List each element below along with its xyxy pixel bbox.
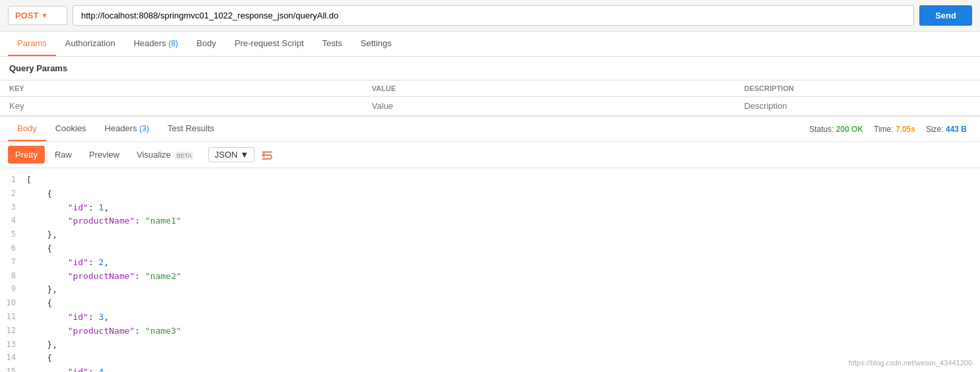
line-num: 2	[5, 187, 26, 200]
resp-tab-headers[interactable]: Headers (3)	[96, 117, 158, 141]
code-line-7: 7 "id": 2,	[0, 256, 980, 270]
code-line-6: 6 {	[0, 242, 980, 256]
param-desc-input[interactable]	[744, 101, 971, 111]
code-line-14: 14 {	[0, 352, 980, 365]
line-num: 9	[5, 283, 26, 295]
line-num: 10	[5, 297, 26, 309]
code-line-4: 4 "productName": "name1"	[0, 214, 980, 228]
col-header-desc: DESCRIPTION	[735, 80, 980, 97]
response-status: Status: 200 OK Time: 7.05s Size: 443 B	[809, 125, 972, 134]
code-content: "productName": "name3"	[26, 325, 181, 338]
tab-prerequest[interactable]: Pre-request Script	[226, 32, 313, 56]
time-value: 7.05s	[896, 125, 915, 134]
code-area: 1 [ 2 { 3 "id": 1, 4 "productName": "nam…	[0, 168, 980, 372]
code-content: },	[26, 338, 57, 352]
beta-badge: BETA	[175, 152, 194, 160]
line-num: 13	[5, 338, 26, 351]
tab-headers[interactable]: Headers (8)	[125, 32, 187, 56]
status-value: 200 OK	[836, 125, 863, 134]
line-num: 3	[5, 201, 26, 214]
line-num: 5	[5, 228, 26, 241]
code-line-3: 3 "id": 1,	[0, 201, 980, 215]
response-toolbar: Pretty Raw Preview Visualize BETA JSON ▼	[0, 142, 980, 168]
code-line-8: 8 "productName": "name2"	[0, 270, 980, 284]
code-line-2: 2 {	[0, 187, 980, 201]
tab-body[interactable]: Body	[187, 32, 226, 56]
code-content: {	[26, 187, 52, 201]
headers-badge: (8)	[168, 39, 178, 48]
code-content: "id": 3,	[26, 311, 109, 325]
param-value-input[interactable]	[372, 101, 726, 111]
resp-format-pretty[interactable]: Pretty	[8, 146, 45, 164]
method-label: POST	[15, 11, 38, 20]
response-tabs-bar: Body Cookies Headers (3) Test Results St…	[0, 115, 980, 142]
tab-authorization[interactable]: Authorization	[56, 32, 125, 56]
send-button[interactable]: Send	[919, 5, 972, 26]
line-num: 12	[5, 325, 26, 337]
code-content: "id": 1,	[26, 201, 109, 215]
code-line-5: 5 },	[0, 228, 980, 242]
resp-tab-testresults[interactable]: Test Results	[158, 117, 224, 141]
line-num: 1	[5, 173, 26, 186]
code-content: {	[26, 352, 52, 365]
code-line-12: 12 "productName": "name3"	[0, 325, 980, 338]
code-content: "id": 2,	[26, 256, 109, 270]
format-chevron-icon: ▼	[240, 150, 249, 160]
line-num: 6	[5, 242, 26, 255]
col-header-key: KEY	[0, 80, 363, 97]
code-content: {	[26, 297, 52, 311]
code-content: "productName": "name1"	[26, 214, 181, 228]
url-input[interactable]	[73, 5, 914, 26]
code-content: "productName": "name2"	[26, 270, 181, 284]
status-label: Status: 200 OK	[809, 125, 863, 134]
watermark: https://blog.csdn.net/weixin_43441200	[849, 359, 972, 367]
code-line-1: 1 [	[0, 173, 980, 187]
resp-format-raw[interactable]: Raw	[47, 146, 79, 164]
tab-tests[interactable]: Tests	[313, 32, 352, 56]
line-num: 11	[5, 311, 26, 323]
format-selector[interactable]: JSON ▼	[208, 147, 255, 162]
table-row	[0, 97, 980, 115]
format-label: JSON	[214, 150, 237, 160]
line-num: 14	[5, 352, 26, 364]
code-content: },	[26, 283, 57, 297]
code-line-9: 9 },	[0, 283, 980, 297]
col-header-value: VALUE	[363, 80, 735, 97]
code-line-11: 11 "id": 3,	[0, 311, 980, 325]
size-label: Size: 443 B	[926, 125, 967, 134]
code-content: "id": 4,	[26, 365, 109, 372]
size-value: 443 B	[946, 125, 967, 134]
line-num: 7	[5, 256, 26, 268]
resp-format-preview[interactable]: Preview	[82, 146, 127, 164]
params-table: KEY VALUE DESCRIPTION	[0, 80, 980, 115]
code-line-15: 15 "id": 4,	[0, 365, 980, 372]
wrap-icon[interactable]	[261, 149, 273, 161]
time-label: Time: 7.05s	[874, 125, 915, 134]
query-params-title: Query Params	[0, 57, 980, 80]
line-num: 8	[5, 270, 26, 282]
resp-format-visualize[interactable]: Visualize BETA	[129, 146, 200, 164]
method-selector[interactable]: POST ▼	[8, 6, 67, 25]
request-tabs-bar: Params Authorization Headers (8) Body Pr…	[0, 32, 980, 57]
line-num: 4	[5, 214, 26, 227]
code-line-13: 13 },	[0, 338, 980, 352]
resp-tab-cookies[interactable]: Cookies	[46, 117, 96, 141]
tab-params[interactable]: Params	[8, 32, 56, 56]
code-content: [	[26, 173, 32, 187]
url-bar: POST ▼ Send	[0, 0, 980, 32]
resp-headers-badge: (3)	[139, 124, 149, 133]
resp-tab-body[interactable]: Body	[8, 117, 46, 141]
code-content: {	[26, 242, 52, 256]
param-key-input[interactable]	[9, 101, 353, 111]
tab-settings[interactable]: Settings	[352, 32, 401, 56]
line-num: 15	[5, 365, 26, 372]
code-content: },	[26, 228, 57, 242]
method-chevron-icon: ▼	[41, 12, 47, 19]
query-params-section: Query Params KEY VALUE DESCRIPTION	[0, 57, 980, 115]
code-line-10: 10 {	[0, 297, 980, 311]
